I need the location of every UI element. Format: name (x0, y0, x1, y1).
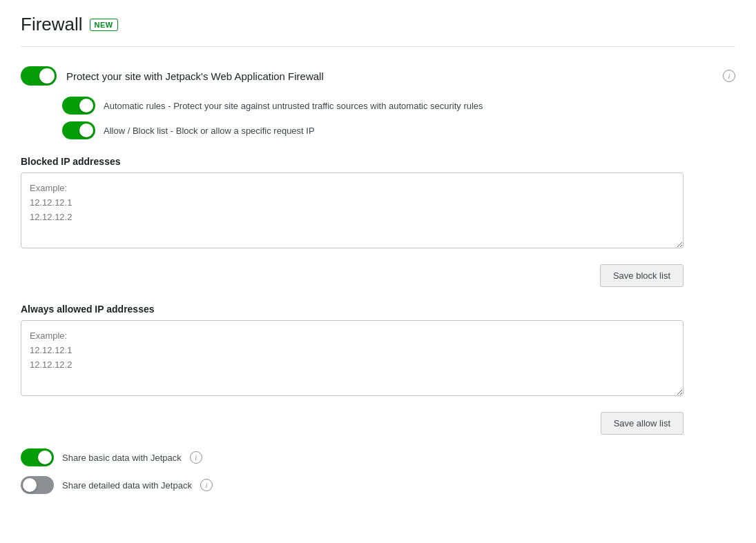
automatic-rules-row: Automatic rules - Protect your site agai… (62, 97, 735, 115)
share-basic-toggle[interactable] (21, 448, 54, 466)
share-detailed-row: Share detailed data with Jetpack i (21, 476, 735, 494)
page-wrapper: Firewall NEW Protect your site with Jetp… (0, 0, 756, 543)
main-firewall-toggle[interactable] (21, 66, 57, 86)
allow-block-list-row: Allow / Block list - Block or allow a sp… (62, 121, 735, 139)
new-badge: NEW (90, 19, 118, 31)
bottom-toggles: Share basic data with Jetpack i Share de… (21, 448, 735, 494)
allowed-ip-textarea[interactable] (21, 320, 684, 396)
share-basic-row: Share basic data with Jetpack i (21, 448, 735, 466)
sub-options: Automatic rules - Protect your site agai… (62, 97, 735, 139)
main-info-icon[interactable]: i (723, 70, 735, 82)
save-block-list-button[interactable]: Save block list (600, 264, 684, 287)
automatic-rules-label: Automatic rules - Protect your site agai… (104, 101, 483, 111)
allowed-ip-label: Always allowed IP addresses (21, 304, 735, 315)
share-detailed-toggle[interactable] (21, 476, 54, 494)
page-header: Firewall NEW (21, 14, 735, 47)
save-allow-list-button[interactable]: Save allow list (601, 412, 684, 435)
share-detailed-label: Share detailed data with Jetpack (62, 480, 192, 491)
share-detailed-info-icon[interactable]: i (200, 479, 213, 491)
allow-block-list-label: Allow / Block list - Block or allow a sp… (104, 126, 315, 136)
allowed-ip-section: Always allowed IP addresses (21, 304, 735, 398)
blocked-ip-textarea[interactable] (21, 172, 684, 248)
save-allow-list-row: Save allow list (21, 412, 684, 435)
share-basic-label: Share basic data with Jetpack (62, 453, 182, 463)
main-toggle-label: Protect your site with Jetpack's Web App… (66, 70, 324, 82)
share-basic-info-icon[interactable]: i (190, 451, 202, 464)
save-block-list-row: Save block list (21, 264, 684, 287)
page-title: Firewall (21, 14, 83, 35)
blocked-ip-label: Blocked IP addresses (21, 156, 735, 167)
blocked-ip-section: Blocked IP addresses (21, 156, 735, 250)
automatic-rules-toggle[interactable] (62, 97, 95, 115)
main-toggle-row: Protect your site with Jetpack's Web App… (21, 66, 735, 86)
allow-block-list-toggle[interactable] (62, 121, 95, 139)
